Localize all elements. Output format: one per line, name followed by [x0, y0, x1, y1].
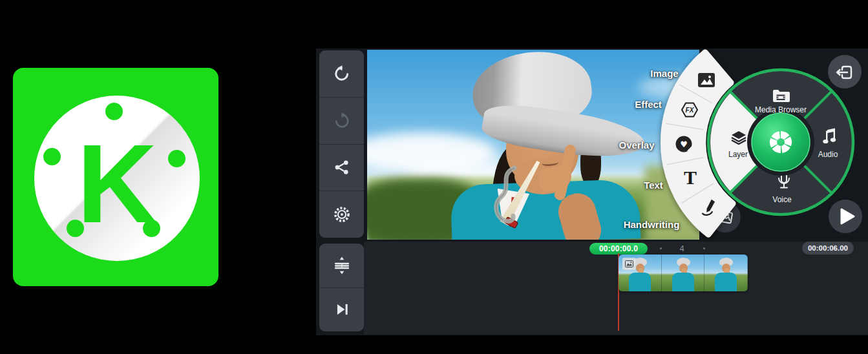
thumb-detail	[629, 273, 651, 291]
logo-dot	[168, 150, 185, 167]
play-button[interactable]	[829, 200, 862, 233]
text-t-icon: T	[684, 167, 697, 188]
submenu-label-text[interactable]: Text	[644, 180, 663, 191]
kinemaster-logo: K	[13, 68, 218, 286]
timeline-clip[interactable]	[619, 255, 748, 291]
image-badge-icon	[625, 260, 633, 267]
logo-dot	[43, 148, 61, 165]
audio-label[interactable]: Audio	[818, 150, 838, 159]
total-duration-badge: 00:00:06.00	[802, 242, 854, 255]
thumb-detail	[715, 273, 737, 291]
logo-letter: K	[34, 101, 200, 261]
submenu-label-effect[interactable]: Effect	[635, 99, 662, 110]
svg-text:FX: FX	[686, 107, 695, 114]
clip-thumbnail	[704, 255, 748, 291]
submenu-label-overlay[interactable]: Overlay	[619, 140, 654, 151]
screen: K	[0, 0, 868, 354]
logo-dot	[105, 103, 123, 120]
submenu-label-image[interactable]: Image	[650, 68, 678, 79]
timeline-area[interactable]: 00:00:00.0 4 00:00:06.00	[364, 242, 868, 335]
sticker-heart-icon: ♥	[676, 136, 692, 152]
clip-thumbnail	[662, 255, 705, 291]
ruler-tick	[660, 247, 662, 249]
ruler-second-mark: 4	[679, 244, 684, 253]
logo-dot	[143, 220, 160, 237]
ruler-tick	[703, 247, 705, 249]
logo-dot	[67, 220, 84, 237]
thumb-detail	[672, 273, 694, 291]
logo-circle: K	[34, 96, 200, 261]
voice-label[interactable]: Voice	[772, 195, 791, 204]
submenu-item-overlay[interactable]: ♥	[676, 136, 692, 152]
layer-label[interactable]: Layer	[728, 150, 748, 159]
editor-panel: FX ♥ T	[316, 48, 868, 335]
image-clip-badge	[622, 258, 636, 270]
image-icon	[698, 73, 715, 87]
svg-text:♥: ♥	[680, 140, 688, 149]
submenu-item-image[interactable]	[698, 73, 715, 87]
control-wheel	[708, 70, 853, 214]
submenu-label-handwriting[interactable]: Handwriting	[624, 219, 680, 230]
submenu-item-text[interactable]: T	[684, 167, 697, 188]
exit-button[interactable]	[828, 55, 862, 88]
media-browser-label[interactable]: Media Browser	[755, 105, 807, 114]
center-capture-button[interactable]	[747, 109, 814, 176]
